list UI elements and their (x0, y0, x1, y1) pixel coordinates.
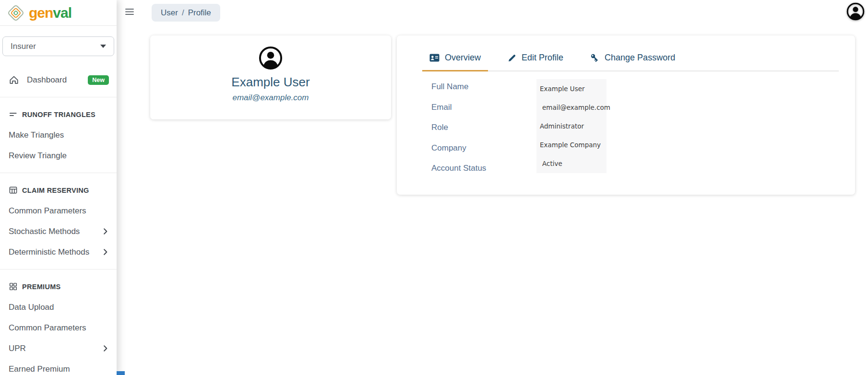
field-value-account-status: Active (536, 154, 606, 173)
chevron-right-icon (102, 248, 109, 256)
sidebar-item-dashboard[interactable]: Dashboard New (0, 70, 117, 90)
scrollbar-thumb[interactable] (117, 371, 125, 375)
key-icon (590, 53, 599, 62)
sidebar-item-label: Dashboard (27, 75, 67, 85)
tab-change-password[interactable]: Change Password (583, 53, 682, 70)
sidebar-item-deterministic-methods[interactable]: Deterministic Methods (0, 242, 117, 262)
breadcrumb-user[interactable]: User (161, 8, 178, 18)
field-label-company: Company (431, 138, 486, 159)
breadcrumb-profile[interactable]: Profile (188, 8, 211, 18)
sidebar-item-stochastic-methods[interactable]: Stochastic Methods (0, 221, 117, 242)
field-value-full-name: Example User (536, 79, 606, 98)
field-labels-column: Full Name Email Role Company Account Sta… (431, 77, 486, 179)
profile-name: Example User (150, 75, 391, 90)
pencil-icon (508, 54, 516, 62)
field-label-email: Email (431, 97, 486, 118)
table-icon (9, 186, 18, 195)
user-avatar-icon[interactable] (846, 2, 865, 21)
topbar: User / Profile (117, 0, 868, 25)
field-label-full-name: Full Name (431, 77, 486, 97)
sidebar-item-common-parameters-premiums[interactable]: Common Parameters (0, 317, 117, 338)
section-title: RUNOFF TRIANGLES (22, 111, 95, 118)
breadcrumb-separator: / (182, 8, 184, 18)
section-header-runoff-triangles[interactable]: RUNOFF TRIANGLES (0, 104, 117, 125)
field-value-role: Administrator (536, 117, 606, 135)
tab-overview[interactable]: Overview (422, 53, 488, 71)
sidebar-item-earned-premium[interactable]: Earned Premium (0, 359, 117, 375)
brand-logo[interactable]: genval (0, 0, 117, 26)
insurer-select-value: Insurer (11, 42, 36, 51)
section-title: PREMIUMS (22, 283, 61, 291)
field-value-email: email@example.com (536, 98, 606, 117)
section-title: CLAIM RESERVING (22, 187, 89, 194)
section-header-claim-reserving[interactable]: CLAIM RESERVING (0, 180, 117, 200)
sidebar-divider (0, 269, 117, 270)
sidebar-divider (0, 97, 117, 97)
profile-details-card: Overview Edit Profile (397, 35, 855, 195)
field-label-role: Role (431, 117, 486, 138)
profile-email: email@example.com (150, 93, 391, 103)
insurer-select[interactable]: Insurer (2, 36, 114, 56)
field-label-account-status: Account Status (431, 158, 486, 179)
sidebar-item-data-upload[interactable]: Data Upload (0, 297, 117, 317)
sidebar-divider (0, 173, 117, 173)
profile-summary-card: Example User email@example.com (150, 35, 391, 119)
sidebar-item-upr[interactable]: UPR (0, 338, 117, 359)
genval-diamond-logo-icon (6, 3, 26, 23)
field-values-column: Example User email@example.com Administr… (536, 79, 606, 173)
section-header-premiums[interactable]: PREMIUMS (0, 276, 117, 297)
menu-toggle-icon[interactable] (125, 8, 134, 15)
home-icon (9, 75, 19, 85)
sidebar-item-make-triangles[interactable]: Make Triangles (0, 125, 117, 145)
tab-edit-profile[interactable]: Edit Profile (500, 53, 571, 70)
field-value-company: Example Company (536, 136, 606, 154)
main-area: User / Profile Example User email@exampl… (117, 0, 868, 375)
chevron-right-icon (102, 228, 109, 235)
grid-icon (9, 282, 18, 291)
breadcrumb: User / Profile (152, 4, 220, 22)
lines-icon (9, 110, 18, 119)
profile-avatar-icon (259, 46, 283, 70)
sidebar-item-review-triangle[interactable]: Review Triangle (0, 145, 117, 166)
chevron-down-icon (100, 45, 106, 48)
sidebar-item-common-parameters-claims[interactable]: Common Parameters (0, 200, 117, 221)
sidebar: genval Insurer Dashboard New RUNOFF TRIA… (0, 0, 117, 375)
new-badge: New (88, 75, 109, 85)
id-card-icon (429, 54, 440, 62)
chevron-right-icon (102, 345, 109, 352)
tab-bar: Overview Edit Profile (422, 53, 839, 71)
brand-name: genval (29, 5, 71, 21)
